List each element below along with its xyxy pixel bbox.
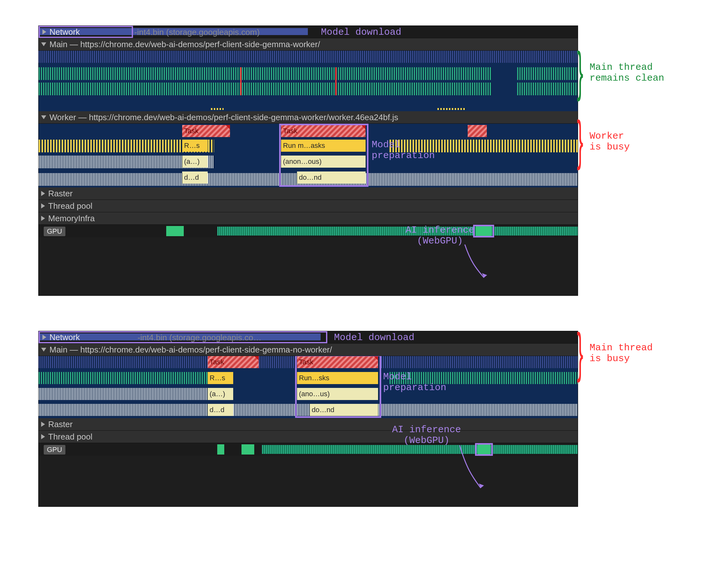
chevron-right-icon — [41, 203, 45, 209]
thread-pool-label: Thread pool — [48, 432, 93, 442]
worker-thread-flame[interactable]: Task Task R…s Run m…asks (a…) (anon…ous)… — [39, 124, 578, 188]
worker-thread-label: Worker — https://chrome.dev/web-ai-demos… — [49, 113, 398, 122]
annotation-main-busy: Main threadis busy — [590, 342, 653, 364]
annotation-model-prep: Modelpreparation — [372, 139, 435, 161]
flame-frame[interactable]: d…d — [208, 404, 233, 416]
flame-frame[interactable]: (a…) — [182, 156, 208, 168]
worker-thread-header[interactable]: Worker — https://chrome.dev/web-ai-demos… — [39, 111, 578, 124]
annotation-ai-inference: AI inference(WebGPU) — [392, 424, 461, 446]
brace-icon: } — [577, 321, 583, 384]
brace-icon: } — [577, 109, 583, 172]
network-label: Network — [49, 332, 80, 342]
network-track-header[interactable]: Network -int4.bin (storage.googleapis.co… — [39, 26, 578, 38]
annotation-model-prep: Modelpreparation — [383, 371, 446, 393]
flame-frame[interactable]: Run…sks — [297, 372, 378, 384]
main-thread-flame[interactable] — [39, 51, 578, 111]
profiler-panel-with-worker: Network -int4.bin (storage.googleapis.co… — [38, 26, 578, 296]
flame-task[interactable]: Task — [208, 356, 259, 368]
flame-frame[interactable]: d…d — [182, 172, 208, 184]
annotation-main-clean: Main threadremains clean — [590, 62, 664, 84]
chevron-down-icon — [41, 348, 46, 351]
main-thread-header[interactable]: Main — https://chrome.dev/web-ai-demos/p… — [39, 343, 578, 356]
chevron-right-icon — [41, 434, 45, 439]
flame-frame[interactable]: Run m…asks — [281, 140, 366, 152]
network-request-label: -int4.bin (storage.googleapis.com) — [134, 27, 260, 37]
brace-icon: } — [577, 40, 583, 103]
thread-pool-header[interactable]: Thread pool — [39, 200, 578, 212]
thread-pool-header[interactable]: Thread pool — [39, 431, 578, 443]
flame-frame[interactable]: (ano…us) — [297, 388, 378, 400]
flame-task-tiny[interactable] — [468, 125, 487, 137]
thread-pool-label: Thread pool — [48, 201, 93, 211]
memory-infra-label: MemoryInfra — [48, 214, 95, 224]
network-label: Network — [49, 27, 80, 37]
chevron-right-icon — [41, 191, 45, 196]
gpu-track[interactable]: GPU — [39, 225, 578, 238]
chevron-right-icon — [41, 216, 45, 221]
raster-track-header[interactable]: Raster — [39, 188, 578, 200]
raster-label: Raster — [48, 189, 73, 199]
flame-frame[interactable]: (anon…ous) — [281, 156, 366, 168]
flame-task[interactable]: Task — [281, 125, 366, 137]
chevron-down-icon — [41, 115, 46, 119]
profiler-panel-no-worker: Network -int4.bin (storage.googleapis.co… — [38, 331, 578, 507]
network-track-header[interactable]: Network -int4.bin (storage.googleapis.co… — [39, 331, 578, 343]
memory-infra-header[interactable]: MemoryInfra — [39, 212, 578, 225]
flame-frame[interactable]: (a…) — [208, 388, 233, 400]
network-request-label: -int4.bin (storage.googleapis.co… — [137, 333, 262, 343]
raster-label: Raster — [48, 419, 73, 429]
main-thread-label: Main — https://chrome.dev/web-ai-demos/p… — [49, 345, 332, 355]
main-thread-flame[interactable]: Task Task R…s Run…sks (a…) (ano…us) d…d … — [39, 356, 578, 418]
gpu-label: GPU — [44, 227, 65, 236]
gpu-track[interactable]: GPU — [39, 443, 578, 456]
main-thread-label: Main — https://chrome.dev/web-ai-demos/p… — [49, 40, 320, 49]
raster-track-header[interactable]: Raster — [39, 418, 578, 431]
chevron-right-icon — [41, 422, 45, 427]
main-thread-header[interactable]: Main — https://chrome.dev/web-ai-demos/p… — [39, 38, 578, 51]
annotation-arrow — [458, 245, 497, 283]
chevron-right-icon — [42, 335, 46, 340]
annotation-ai-inference: AI inference(WebGPU) — [405, 225, 474, 247]
flame-frame[interactable]: R…s — [208, 372, 233, 384]
annotation-model-download: Model download — [334, 332, 414, 343]
flame-task[interactable]: Task — [297, 356, 378, 368]
annotation-worker-busy: Workeris busy — [590, 131, 630, 152]
flame-task[interactable]: Task — [182, 125, 230, 137]
chevron-down-icon — [41, 42, 46, 46]
flame-frame[interactable]: R…s — [182, 140, 208, 152]
annotation-model-download: Model download — [321, 27, 401, 38]
flame-frame[interactable]: do…nd — [297, 172, 366, 184]
gpu-label: GPU — [44, 445, 65, 454]
flame-frame[interactable]: do…nd — [310, 404, 378, 416]
chevron-right-icon — [42, 29, 46, 34]
